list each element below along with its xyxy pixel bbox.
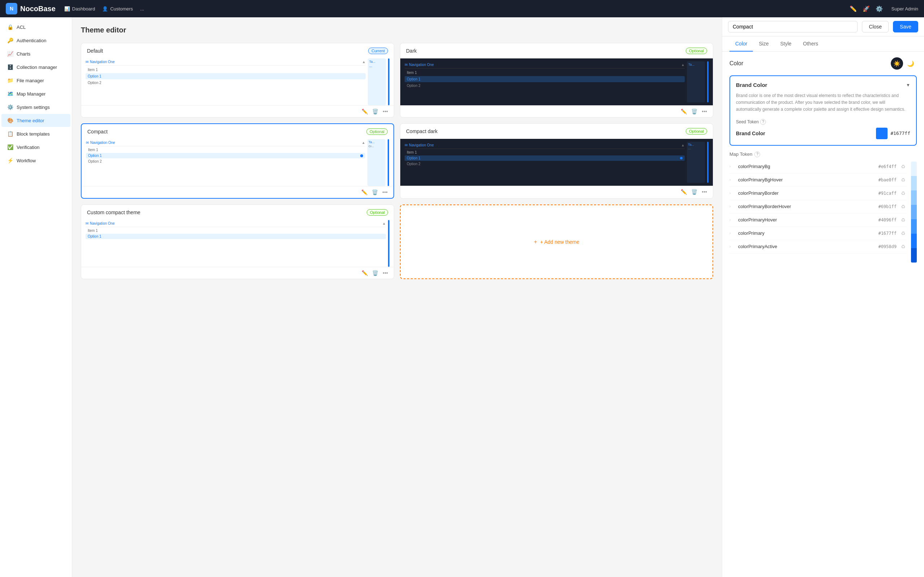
token-hex: #4096ff bbox=[878, 218, 897, 222]
chevron-right-icon[interactable]: › bbox=[729, 205, 735, 208]
theme-preview-custom: ✉ Navigation One ▲ Item 1 Option 1 bbox=[81, 220, 394, 267]
reset-icon[interactable]: ♻ bbox=[900, 217, 907, 223]
token-row-colorPrimaryBorderHover: › colorPrimaryBorderHover #69b1ff ♻ bbox=[729, 200, 907, 213]
edit-icon[interactable]: ✏️ bbox=[681, 108, 687, 114]
chevron-right-icon[interactable]: › bbox=[729, 178, 735, 182]
sidebar-item-charts[interactable]: 📈 Charts bbox=[2, 47, 70, 60]
tab-color[interactable]: Color bbox=[729, 36, 753, 52]
sidebar-item-file-manager[interactable]: 📁 File manager bbox=[2, 74, 70, 87]
reset-icon[interactable]: ♻ bbox=[900, 230, 907, 236]
theme-preview-compact-dark: ✉ Navigation One ▲ Item 1 Option 1 Optio… bbox=[400, 139, 713, 186]
sidebar-item-theme-editor[interactable]: 🎨 Theme editor bbox=[2, 114, 70, 127]
theme-card-default: Default Current ✉ Navigation One ▲ Item … bbox=[81, 43, 394, 118]
sidebar-item-workflow[interactable]: ⚡ Workflow bbox=[2, 154, 70, 167]
pen-icon[interactable]: ✏️ bbox=[850, 5, 857, 12]
nav-dashboard[interactable]: 📊 Dashboard bbox=[64, 6, 95, 11]
theme-badge-default: Current bbox=[368, 48, 388, 54]
brand-color-title: Brand Color bbox=[736, 82, 767, 88]
sidebar-item-system-settings[interactable]: ⚙️ System settings bbox=[2, 101, 70, 114]
page-title: Theme editor bbox=[81, 26, 713, 34]
token-row-colorPrimary: › colorPrimary #1677ff ♻ bbox=[729, 227, 907, 240]
reset-icon[interactable]: ♻ bbox=[900, 177, 907, 183]
map-token-help-icon[interactable]: ? bbox=[754, 152, 760, 157]
color-section-header: Color ☀️ 🌙 bbox=[729, 57, 917, 69]
delete-icon[interactable]: 🗑️ bbox=[372, 189, 378, 195]
token-row-colorPrimaryBg: › colorPrimaryBg #e6f4ff ♻ bbox=[729, 160, 907, 174]
token-hex: #91caff bbox=[878, 191, 897, 196]
main-layout: 🔒 ACL 🔑 Authentication 📈 Charts 🗄️ Colle… bbox=[0, 17, 924, 577]
chevron-right-icon[interactable]: › bbox=[729, 231, 735, 235]
tab-size[interactable]: Size bbox=[753, 36, 774, 52]
gear-icon[interactable]: ⚙️ bbox=[876, 5, 883, 12]
rocket-icon[interactable]: 🚀 bbox=[863, 5, 870, 12]
block-icon: 📋 bbox=[7, 131, 13, 137]
palette-swatch-6 bbox=[911, 248, 917, 263]
nav-customers[interactable]: 👤 Customers bbox=[102, 6, 133, 11]
brand-color-swatch[interactable] bbox=[876, 128, 888, 139]
logo-text: NocoBase bbox=[20, 5, 56, 13]
edit-icon[interactable]: ✏️ bbox=[681, 189, 687, 195]
chevron-right-icon[interactable]: › bbox=[729, 191, 735, 195]
edit-icon[interactable]: ✏️ bbox=[361, 189, 367, 195]
token-hex: #e6f4ff bbox=[878, 164, 897, 169]
more-icon[interactable]: ••• bbox=[382, 189, 388, 195]
sidebar-item-collection-manager[interactable]: 🗄️ Collection manager bbox=[2, 61, 70, 74]
edit-icon[interactable]: ✏️ bbox=[362, 108, 368, 114]
theme-name-compact-dark: Compact dark bbox=[406, 128, 438, 134]
sidebar-item-acl[interactable]: 🔒 ACL bbox=[2, 21, 70, 34]
delete-icon[interactable]: 🗑️ bbox=[691, 108, 697, 114]
seed-token-help-icon[interactable]: ? bbox=[760, 119, 766, 125]
logo[interactable]: N NocoBase bbox=[6, 3, 56, 15]
add-new-theme-card[interactable]: + + Add new theme bbox=[400, 205, 713, 279]
dark-mode-toggle[interactable]: 🌙 bbox=[905, 57, 917, 69]
check-icon: ✅ bbox=[7, 144, 13, 150]
reset-icon[interactable]: ♻ bbox=[900, 164, 907, 169]
edit-icon[interactable]: ✏️ bbox=[362, 270, 368, 276]
token-row-colorPrimaryActive: › colorPrimaryActive #0958d9 ♻ bbox=[729, 240, 907, 253]
more-icon[interactable]: ••• bbox=[383, 108, 388, 114]
sidebar-item-authentication[interactable]: 🔑 Authentication bbox=[2, 34, 70, 47]
theme-badge-custom: Optional bbox=[367, 209, 388, 216]
close-button[interactable]: Close bbox=[862, 21, 888, 32]
theme-card-compact-dark: Compact dark Optional ✉ Navigation One ▲… bbox=[400, 123, 713, 199]
delete-icon[interactable]: 🗑️ bbox=[372, 270, 378, 276]
token-name: colorPrimaryActive bbox=[738, 244, 875, 249]
chart-icon: 📊 bbox=[64, 6, 70, 11]
nav-more[interactable]: ... bbox=[140, 6, 144, 11]
reset-icon[interactable]: ♻ bbox=[900, 190, 907, 196]
theme-toggle: ☀️ 🌙 bbox=[891, 57, 917, 69]
more-icon[interactable]: ••• bbox=[702, 189, 707, 195]
top-nav-icons: ✏️ 🚀 ⚙️ bbox=[850, 5, 883, 12]
tab-style[interactable]: Style bbox=[775, 36, 797, 52]
light-mode-toggle[interactable]: ☀️ bbox=[891, 57, 903, 69]
chevron-right-icon[interactable]: › bbox=[729, 164, 735, 168]
sidebar-item-block-templates[interactable]: 📋 Block templates bbox=[2, 127, 70, 140]
theme-badge-compact: Optional bbox=[366, 128, 388, 135]
color-token-list: › colorPrimaryBg #e6f4ff ♻ › colorPrimar… bbox=[729, 160, 907, 263]
reset-icon[interactable]: ♻ bbox=[900, 244, 907, 250]
brand-color-label: Brand Color bbox=[736, 131, 765, 136]
palette-swatch-4 bbox=[911, 219, 917, 234]
palette-swatch-2 bbox=[911, 190, 917, 205]
logo-icon: N bbox=[6, 3, 17, 15]
theme-name-input[interactable] bbox=[728, 21, 858, 32]
user-menu[interactable]: Super Admin bbox=[892, 6, 918, 11]
theme-card-custom: Custom compact theme Optional ✉ Navigati… bbox=[81, 205, 394, 279]
brand-color-value: #1677ff bbox=[876, 128, 910, 139]
more-icon[interactable]: ••• bbox=[383, 270, 388, 276]
chevron-down-icon[interactable]: ▼ bbox=[906, 82, 910, 88]
map-icon: 🗺️ bbox=[7, 91, 13, 97]
save-button[interactable]: Save bbox=[893, 21, 918, 32]
delete-icon[interactable]: 🗑️ bbox=[691, 189, 697, 195]
brand-color-row: Brand Color #1677ff bbox=[736, 128, 910, 139]
tab-others[interactable]: Others bbox=[797, 36, 824, 52]
sidebar-item-map-manager[interactable]: 🗺️ Map Manager bbox=[2, 87, 70, 100]
reset-icon[interactable]: ♻ bbox=[900, 204, 907, 210]
more-icon[interactable]: ••• bbox=[702, 108, 707, 114]
token-name: colorPrimaryBgHover bbox=[738, 177, 875, 182]
chevron-right-icon[interactable]: › bbox=[729, 218, 735, 222]
sidebar-item-verification[interactable]: ✅ Verification bbox=[2, 141, 70, 154]
chevron-right-icon[interactable]: › bbox=[729, 245, 735, 248]
delete-icon[interactable]: 🗑️ bbox=[372, 108, 378, 114]
top-navigation: N NocoBase 📊 Dashboard 👤 Customers ... ✏… bbox=[0, 0, 924, 17]
